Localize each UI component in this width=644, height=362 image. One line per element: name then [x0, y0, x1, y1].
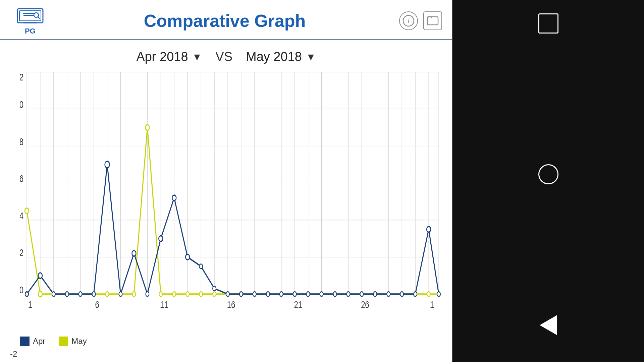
header: PG Comparative Graph i [0, 0, 452, 40]
legend-may-label: May [71, 337, 87, 346]
apr-dot-31 [437, 292, 440, 296]
apr-dot-17 [239, 292, 243, 296]
page-title: Comparative Graph [50, 11, 399, 31]
svg-rect-10 [427, 17, 438, 25]
y-label-8: 8 [20, 136, 23, 147]
apr-dot-26 [360, 292, 363, 296]
y-label-4: 4 [20, 210, 23, 221]
may-dot-7 [106, 292, 109, 296]
apr-dot-13 [185, 254, 190, 260]
period2-selector[interactable]: May 2018 ▼ [246, 50, 316, 64]
apr-dot-8 [119, 292, 122, 296]
y-label-10: 10 [20, 99, 23, 110]
header-actions: i [399, 11, 442, 30]
may-dot [186, 292, 189, 296]
apr-dot-28b [427, 227, 431, 232]
apr-dot-24 [333, 292, 337, 296]
x-label-16: 16 [227, 299, 235, 310]
apr-dot-12 [172, 195, 176, 201]
info-icon: i [402, 15, 415, 27]
main-content: PG Comparative Graph i Apr 2018 ▼ VS [0, 0, 453, 362]
x-label-11: 11 [160, 299, 168, 310]
may-dot-2 [38, 291, 42, 297]
may-dot-12 [172, 292, 176, 296]
svg-point-6 [34, 13, 39, 17]
apr-dot-15 [213, 286, 216, 291]
y-min-label: -2 [0, 349, 452, 362]
svg-text:i: i [408, 17, 410, 24]
apr-dot-7 [105, 161, 110, 168]
may-dot-9 [132, 292, 136, 296]
apr-dot-6 [92, 292, 96, 296]
legend-apr: Apr [20, 337, 45, 346]
x-label-26: 26 [361, 299, 369, 310]
apr-dot-5 [79, 292, 82, 296]
apr-dot-27 [373, 292, 377, 296]
x-label-21: 21 [294, 299, 302, 310]
back-icon[interactable] [540, 315, 557, 335]
period2-label: May 2018 [246, 50, 302, 64]
apr-dot-21 [293, 292, 297, 296]
grid-lines [27, 72, 439, 294]
period1-selector[interactable]: Apr 2018 ▼ [136, 50, 202, 64]
legend: Apr May [0, 333, 452, 349]
apr-dot-2 [38, 273, 42, 279]
legend-may-box [59, 337, 68, 346]
apr-line [27, 165, 439, 294]
apr-dot-18 [253, 292, 256, 296]
legend-apr-label: Apr [33, 337, 45, 346]
apr-dot-10 [146, 292, 149, 296]
y-label-12: 12 [20, 71, 23, 82]
circle-icon[interactable] [538, 164, 558, 184]
apr-dot-25 [346, 292, 350, 296]
y-label-2: 2 [20, 247, 23, 258]
apr-dot-29 [400, 292, 404, 296]
apr-dot-11 [159, 236, 163, 241]
controls: Apr 2018 ▼ VS May 2018 ▼ [0, 40, 452, 67]
period2-dropdown-icon[interactable]: ▼ [306, 51, 316, 63]
apr-dot-28 [387, 292, 390, 296]
may-dot-1 [25, 208, 29, 214]
logo-icon [17, 6, 44, 26]
may-line [27, 127, 439, 294]
may-dot-15 [213, 292, 216, 296]
svg-line-7 [38, 17, 40, 19]
may-dot-31 [427, 292, 430, 296]
info-button[interactable]: i [399, 11, 418, 30]
logo-label: PG [25, 27, 36, 36]
x-label-1a: 1 [28, 299, 32, 310]
screenshot-icon [427, 15, 439, 27]
apr-dot-4 [65, 292, 69, 296]
logo-area: PG [10, 6, 50, 36]
x-label-1b: 1 [430, 299, 434, 310]
sidebar [453, 0, 644, 362]
legend-apr-box [20, 337, 30, 346]
y-label-6: 6 [20, 173, 23, 184]
apr-dot-14 [199, 264, 203, 269]
apr-dot-3 [52, 292, 55, 296]
x-label-6: 6 [95, 299, 99, 310]
legend-may: May [59, 337, 87, 346]
vs-label: VS [215, 50, 232, 64]
apr-dot-9 [132, 251, 136, 256]
square-icon[interactable] [538, 13, 558, 34]
apr-dot-20 [280, 292, 283, 296]
period1-dropdown-icon[interactable]: ▼ [192, 51, 202, 63]
screenshot-button[interactable] [423, 11, 442, 30]
chart-svg: 12 10 8 6 4 2 0 1 6 11 16 21 26 1 [20, 67, 442, 326]
svg-rect-3 [23, 15, 34, 16]
may-dot-14 [199, 292, 203, 296]
apr-dot-22 [307, 292, 310, 296]
apr-dot-16 [226, 292, 229, 296]
apr-dot-23 [320, 292, 323, 296]
may-dot-10 [145, 125, 149, 130]
may-dot-11 [159, 292, 162, 296]
apr-dot-30 [414, 292, 417, 296]
apr-dot-19 [266, 292, 270, 296]
period1-label: Apr 2018 [136, 50, 188, 64]
apr-dot-1 [25, 292, 29, 296]
y-label-0: 0 [20, 284, 23, 295]
chart-container: 12 10 8 6 4 2 0 1 6 11 16 21 26 1 [0, 67, 452, 333]
